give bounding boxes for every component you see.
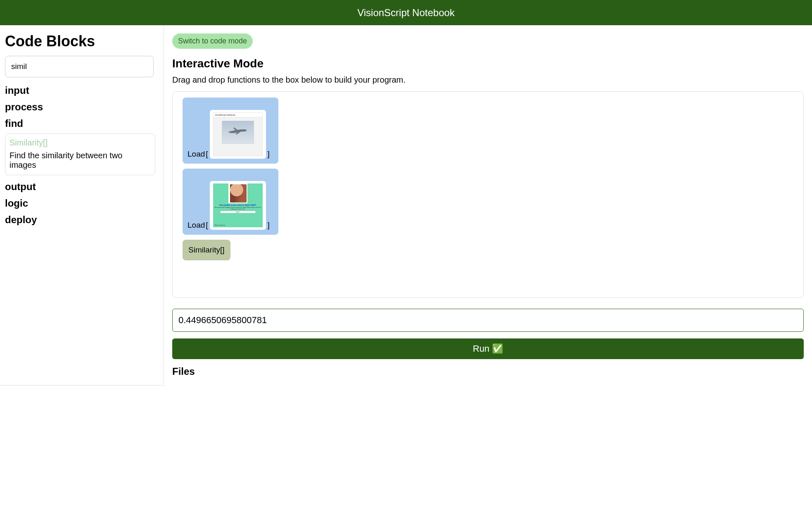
files-heading: Files: [172, 366, 804, 377]
category-output[interactable]: output: [5, 181, 159, 193]
search-input[interactable]: [5, 56, 154, 77]
close-bracket: ]: [268, 221, 270, 230]
similarity-label: Similarity[]: [188, 245, 225, 254]
thumbnail-input: Try 🎤: [220, 211, 256, 213]
program-canvas[interactable]: Load [ VisualScript Notebook: [172, 91, 804, 298]
load-label: Load: [188, 150, 205, 159]
output-value: 0.4496650695800781: [178, 315, 267, 325]
category-deploy[interactable]: deploy: [5, 214, 159, 226]
load-label: Load: [188, 221, 205, 230]
block-description: Find the similarity between two images: [9, 151, 151, 170]
output-box: 0.4496650695800781: [172, 309, 804, 332]
category-logic[interactable]: logic: [5, 198, 159, 209]
thumbnail-preview-notebook: VisualScript Notebook: [213, 112, 263, 156]
person-icon: [230, 184, 247, 202]
load-thumbnail-1[interactable]: VisualScript Notebook: [210, 110, 266, 159]
thumbnail-person-photo: [228, 183, 247, 203]
thumbnail-preview-webpage: How similar is your voice to Taylor Swif…: [213, 183, 263, 227]
load-thumbnail-2[interactable]: How similar is your voice to Taylor Swif…: [210, 181, 266, 230]
category-input[interactable]: input: [5, 85, 159, 96]
similarity-block[interactable]: Similarity[]: [183, 240, 230, 260]
category-find[interactable]: find: [5, 118, 159, 129]
run-button[interactable]: Run ✅: [172, 338, 804, 359]
thumbnail-headline: How similar is your voice to Taylor Swif…: [213, 204, 263, 206]
thumbnail-title-icon: VisualScript Notebook: [214, 113, 262, 117]
close-bracket: ]: [268, 150, 270, 159]
load-block-2[interactable]: Load [ How similar is your voice to Tayl…: [183, 169, 278, 235]
block-card-similarity[interactable]: Similarity[] Find the similarity between…: [5, 133, 155, 175]
open-bracket: [: [206, 150, 208, 159]
open-bracket: [: [206, 221, 208, 230]
app-header: VisionScript Notebook: [0, 0, 812, 25]
airplane-icon: [227, 127, 248, 135]
thumbnail-subtext: Record yourself singing a few seconds of…: [213, 207, 263, 210]
instructions: Drag and drop functions to the box below…: [172, 75, 804, 85]
switch-mode-button[interactable]: Switch to code mode: [172, 33, 253, 49]
category-process[interactable]: process: [5, 101, 159, 113]
load-block-1[interactable]: Load [ VisualScript Notebook: [183, 98, 278, 164]
thumbnail-chart-area: [222, 121, 254, 144]
sidebar-title: Code Blocks: [5, 33, 159, 50]
mode-title: Interactive Mode: [172, 57, 804, 70]
sidebar: Code Blocks input process find Similarit…: [0, 25, 164, 386]
layout: Code Blocks input process find Similarit…: [0, 25, 812, 386]
thumbnail-footer: Built by capjamesg: [215, 224, 225, 226]
main-panel: Switch to code mode Interactive Mode Dra…: [164, 25, 812, 386]
block-name: Similarity[]: [9, 138, 151, 148]
app-title: VisionScript Notebook: [357, 7, 455, 19]
run-label: Run ✅: [473, 343, 503, 354]
